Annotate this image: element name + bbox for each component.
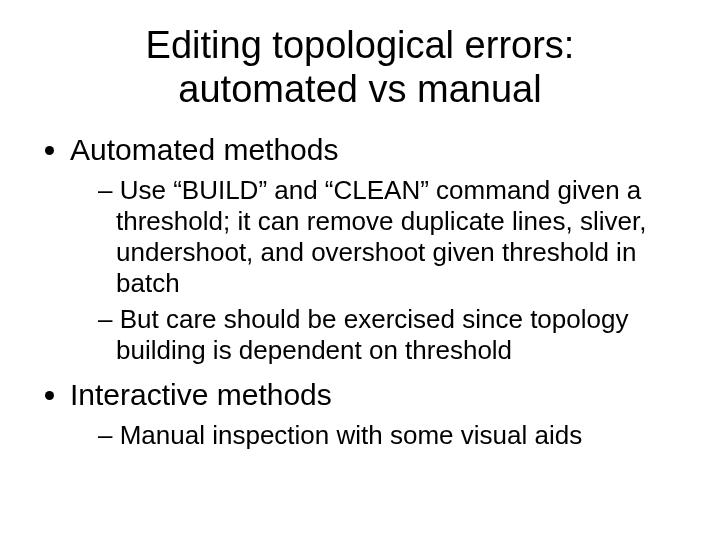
title-line-1: Editing topological errors: <box>146 24 575 66</box>
sub-bullet-care: But care should be exercised since topol… <box>98 304 690 366</box>
sublist-automated: Use “BUILD” and “CLEAN” command given a … <box>70 175 690 366</box>
slide: Editing topological errors: automated vs… <box>0 0 720 540</box>
bullet-interactive-label: Interactive methods <box>70 378 332 411</box>
title-line-2: automated vs manual <box>178 68 541 110</box>
sub-bullet-manual: Manual inspection with some visual aids <box>98 420 690 451</box>
slide-title: Editing topological errors: automated vs… <box>70 24 650 111</box>
bullet-automated-label: Automated methods <box>70 133 339 166</box>
bullet-list: Automated methods Use “BUILD” and “CLEAN… <box>30 131 690 450</box>
sub-bullet-build-clean: Use “BUILD” and “CLEAN” command given a … <box>98 175 690 300</box>
bullet-automated: Automated methods Use “BUILD” and “CLEAN… <box>70 131 690 366</box>
sublist-interactive: Manual inspection with some visual aids <box>70 420 690 451</box>
bullet-interactive: Interactive methods Manual inspection wi… <box>70 376 690 451</box>
